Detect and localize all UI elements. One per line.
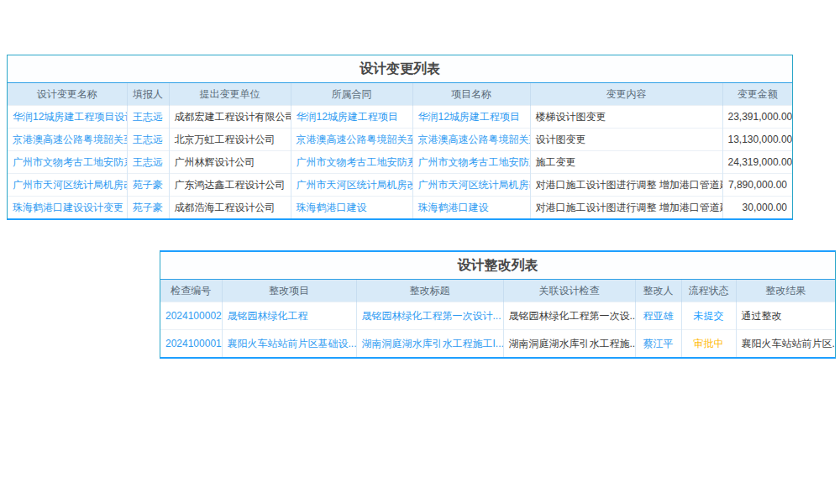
content-cell: 对港口施工设计图进行调整 增加港口管道建设工程	[530, 174, 722, 197]
rectify-title-link[interactable]: 晟铭园林绿化工程第一次设计...	[356, 302, 503, 330]
unit-cell: 成都浩海工程设计公司	[169, 197, 291, 219]
reporter-link[interactable]: 苑子豪	[127, 174, 169, 197]
rectify-project-link[interactable]: 晟铭园林绿化工程	[222, 302, 356, 330]
amount-cell: 30,000.00	[722, 197, 792, 219]
rectify-title-link[interactable]: 湖南洞庭湖水库引水工程施工I...	[356, 330, 503, 358]
col-header-project: 项目名称	[412, 83, 530, 106]
change-name-link[interactable]: 珠海鹤港口建设设计变更	[8, 197, 127, 219]
col-header-related-check: 关联设计检查	[503, 280, 635, 302]
content-cell: 施工变更	[530, 151, 722, 174]
project-link[interactable]: 珠海鹤港口建设	[412, 197, 530, 219]
col-header-amount: 变更金额	[722, 83, 792, 106]
reporter-link[interactable]: 王志远	[127, 129, 169, 151]
related-check-cell: 晟铭园林绿化工程第一次设...	[503, 302, 635, 330]
design-change-table: 设计变更名称 填报人 提出变更单位 所属合同 项目名称 变更内容 变更金额 华润…	[8, 83, 792, 218]
unit-cell: 广东鸿达鑫工程设计公司	[169, 174, 291, 197]
unit-cell: 北京万虹工程设计公司	[169, 129, 291, 151]
col-header-check-code: 检查编号	[160, 280, 222, 302]
rectify-result-cell: 襄阳火车站站前片区...	[736, 330, 835, 358]
status-badge: 审批中	[694, 338, 724, 349]
amount-cell: 7,890,000.00	[722, 174, 792, 197]
table-row: 2024100002 晟铭园林绿化工程 晟铭园林绿化工程第一次设计... 晟铭园…	[160, 302, 835, 330]
status-badge: 未提交	[694, 310, 724, 322]
header-row: 检查编号 整改项目 整改标题 关联设计检查 整改人 流程状态 整改结果	[160, 280, 835, 302]
col-header-rectify-result: 整改结果	[736, 280, 835, 302]
design-rectify-title: 设计整改列表	[160, 252, 835, 280]
col-header-rectify-person: 整改人	[635, 280, 681, 302]
check-code-link[interactable]: 2024100001	[160, 330, 222, 358]
design-change-panel: 设计变更列表 设计变更名称 填报人 提出变更单位 所属合同 项目名称 变更内容 …	[7, 55, 793, 220]
amount-cell: 13,130,000.00	[722, 129, 792, 151]
col-header-unit: 提出变更单位	[169, 83, 291, 106]
contract-link[interactable]: 华润12城房建工程项目	[291, 106, 412, 129]
col-header-rectify-project: 整改项目	[222, 280, 356, 302]
table-row: 2024100001 襄阳火车站站前片区基础设... 湖南洞庭湖水库引水工程施工…	[160, 330, 835, 358]
col-header-rectify-title: 整改标题	[356, 280, 503, 302]
table-row: 广州市天河区统计局机房改... 苑子豪 广东鸿达鑫工程设计公司 广州市天河区统计…	[8, 174, 792, 197]
rectify-person-link[interactable]: 蔡江平	[635, 330, 681, 358]
contract-link[interactable]: 广州市天河区统计局机房改...	[291, 174, 412, 197]
rectify-project-link[interactable]: 襄阳火车站站前片区基础设...	[222, 330, 356, 358]
contract-link[interactable]: 珠海鹤港口建设	[291, 197, 412, 219]
design-rectify-table: 检查编号 整改项目 整改标题 关联设计检查 整改人 流程状态 整改结果 2024…	[160, 280, 835, 357]
project-link[interactable]: 广州市文物考古工地安防系...	[412, 151, 530, 174]
col-header-change-name: 设计变更名称	[8, 83, 127, 106]
col-header-content: 变更内容	[530, 83, 722, 106]
design-change-title: 设计变更列表	[8, 55, 792, 83]
col-header-reporter: 填报人	[127, 83, 169, 106]
project-link[interactable]: 华润12城房建工程项目	[412, 106, 530, 129]
table-row: 广州市文物考古工地安防系... 王志远 广州林辉设计公司 广州市文物考古工地安防…	[8, 151, 792, 174]
rectify-person-link[interactable]: 程亚雄	[635, 302, 681, 330]
project-link[interactable]: 京港澳高速公路粤境韶关至...	[412, 129, 530, 151]
check-code-link[interactable]: 2024100002	[160, 302, 222, 330]
amount-cell: 23,391,000.00	[722, 106, 792, 129]
table-row: 珠海鹤港口建设设计变更 苑子豪 成都浩海工程设计公司 珠海鹤港口建设 珠海鹤港口…	[8, 197, 792, 219]
rectify-result-cell: 通过整改	[736, 302, 835, 330]
reporter-link[interactable]: 王志远	[127, 106, 169, 129]
reporter-link[interactable]: 王志远	[127, 151, 169, 174]
header-row: 设计变更名称 填报人 提出变更单位 所属合同 项目名称 变更内容 变更金额	[8, 83, 792, 106]
design-rectify-panel: 设计整改列表 检查编号 整改项目 整改标题 关联设计检查 整改人 流程状态 整改…	[160, 250, 836, 359]
col-header-flow-status: 流程状态	[681, 280, 736, 302]
flow-status-cell: 未提交	[681, 302, 736, 330]
col-header-contract: 所属合同	[291, 83, 412, 106]
content-cell: 对港口施工设计图进行调整 增加港口管道建设工程	[530, 197, 722, 219]
flow-status-cell: 审批中	[681, 330, 736, 358]
amount-cell: 24,319,000.00	[722, 151, 792, 174]
project-link[interactable]: 广州市天河区统计局机房改...	[412, 174, 530, 197]
unit-cell: 广州林辉设计公司	[169, 151, 291, 174]
contract-link[interactable]: 广州市文物考古工地安防系...	[291, 151, 412, 174]
content-cell: 楼梯设计图变更	[530, 106, 722, 129]
related-check-cell: 湖南洞庭湖水库引水工程施...	[503, 330, 635, 358]
reporter-link[interactable]: 苑子豪	[127, 197, 169, 219]
table-row: 京港澳高速公路粤境韶关至... 王志远 北京万虹工程设计公司 京港澳高速公路粤境…	[8, 129, 792, 151]
change-name-link[interactable]: 京港澳高速公路粤境韶关至...	[8, 129, 127, 151]
table-row: 华润12城房建工程项目设计... 王志远 成都宏建工程设计有限公司 华润12城房…	[8, 106, 792, 129]
unit-cell: 成都宏建工程设计有限公司	[169, 106, 291, 129]
change-name-link[interactable]: 广州市天河区统计局机房改...	[8, 174, 127, 197]
change-name-link[interactable]: 广州市文物考古工地安防系...	[8, 151, 127, 174]
contract-link[interactable]: 京港澳高速公路粤境韶关至...	[291, 129, 412, 151]
change-name-link[interactable]: 华润12城房建工程项目设计...	[8, 106, 127, 129]
content-cell: 设计图变更	[530, 129, 722, 151]
